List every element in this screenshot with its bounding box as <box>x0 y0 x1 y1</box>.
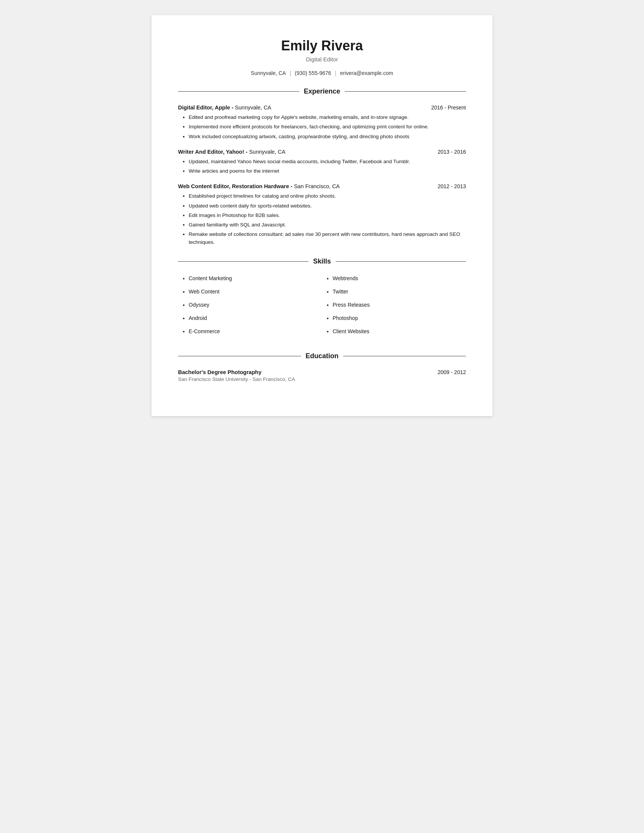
job-entry-yahoo: Writer And Editor, Yahoo! - Sunnyvale, C… <box>178 149 466 175</box>
education-section-title: Education <box>306 352 339 360</box>
edu-entry-bachelor: Bachelor's Degree Photography 2009 - 201… <box>178 369 466 382</box>
contact-phone: (930) 555-9676 <box>295 70 331 76</box>
skill-content-marketing: Content Marketing <box>188 275 322 283</box>
separator-2: | <box>335 70 336 76</box>
skill-press-releases: Press Releases <box>333 301 466 309</box>
job-bullets-restoration: Established project timelines for catalo… <box>178 192 466 246</box>
skill-ecommerce: E-Commerce <box>188 328 322 336</box>
separator-1: | <box>290 70 291 76</box>
edu-date-bachelor: 2009 - 2012 <box>438 369 466 375</box>
job-bullets-yahoo: Updated, maintained Yahoo News social me… <box>178 158 466 175</box>
skills-right-column: Webtrends Twitter Press Releases Photosh… <box>322 275 466 341</box>
job-location-apple: Sunnyvale, CA <box>235 105 271 111</box>
job-bullet-yahoo-1: Updated, maintained Yahoo News social me… <box>188 158 466 166</box>
edu-header-bachelor: Bachelor's Degree Photography 2009 - 201… <box>178 369 466 375</box>
experience-section-title: Experience <box>304 87 340 95</box>
experience-line-left <box>178 91 299 92</box>
experience-line-right <box>345 91 466 92</box>
skills-line-right <box>336 261 466 262</box>
job-date-restoration: 2012 - 2013 <box>438 183 466 189</box>
job-bullet-apple-3: Work included conceptualizing artwork, c… <box>188 133 466 140</box>
job-title-restoration: Web Content Editor, Restoration Hardware… <box>178 183 340 189</box>
job-header-apple: Digital Editor, Apple - Sunnyvale, CA 20… <box>178 105 466 111</box>
contact-location: Sunnyvale, CA <box>251 70 286 76</box>
skill-web-content: Web Content <box>188 288 322 296</box>
resume-header: Emily Rivera Digital Editor Sunnyvale, C… <box>178 38 466 76</box>
job-bullet-apple-2: Implemented more efficient protocols for… <box>188 123 466 130</box>
skills-left-column: Content Marketing Web Content Odyssey An… <box>178 275 322 341</box>
job-date-yahoo: 2013 - 2016 <box>438 149 466 155</box>
job-company-yahoo: Writer And Editor, Yahoo! - <box>178 149 247 155</box>
skills-line-left <box>178 261 308 262</box>
job-bullet-restoration-1: Established project timelines for catalo… <box>188 192 466 200</box>
job-bullet-apple-1: Edited and proofread marketing copy for … <box>188 114 466 121</box>
education-line-left <box>178 356 301 357</box>
skills-section: Skills Content Marketing Web Content Ody… <box>178 257 466 341</box>
skill-twitter: Twitter <box>333 288 466 296</box>
contact-info: Sunnyvale, CA | (930) 555-9676 | erivera… <box>178 70 466 76</box>
edu-degree-bachelor: Bachelor's Degree Photography <box>178 369 261 375</box>
job-bullet-yahoo-2: Write articles and poems for the interne… <box>188 167 466 175</box>
job-location-yahoo: Sunnyvale, CA <box>249 149 285 155</box>
candidate-name: Emily Rivera <box>178 38 466 54</box>
job-bullets-apple: Edited and proofread marketing copy for … <box>178 114 466 140</box>
skill-odyssey: Odyssey <box>188 301 322 309</box>
job-bullet-restoration-3: Edit images in Photoshop for B2B sales. <box>188 212 466 219</box>
skills-grid: Content Marketing Web Content Odyssey An… <box>178 275 466 341</box>
skill-photoshop: Photoshop <box>333 314 466 322</box>
skills-section-title: Skills <box>313 257 331 265</box>
skill-android: Android <box>188 314 322 322</box>
job-company-apple: Digital Editor, Apple - <box>178 105 233 111</box>
experience-section: Experience Digital Editor, Apple - Sunny… <box>178 87 466 246</box>
edu-institution-bachelor: San Francisco State University - San Fra… <box>178 376 466 382</box>
education-section-header: Education <box>178 352 466 360</box>
education-line-right <box>343 356 466 357</box>
job-bullet-restoration-4: Gained familiarity with SQL and Javascri… <box>188 221 466 229</box>
contact-email: erivera@example.com <box>340 70 393 76</box>
job-location-restoration: San Francisco, CA <box>294 183 340 189</box>
skills-section-header: Skills <box>178 257 466 265</box>
resume-page: Emily Rivera Digital Editor Sunnyvale, C… <box>151 15 493 416</box>
skill-client-websites: Client Websites <box>333 328 466 336</box>
candidate-title: Digital Editor <box>178 56 466 63</box>
job-title-yahoo: Writer And Editor, Yahoo! - Sunnyvale, C… <box>178 149 285 155</box>
job-bullet-restoration-2: Updated web content daily for sports-rel… <box>188 202 466 210</box>
skill-webtrends: Webtrends <box>333 275 466 283</box>
job-header-restoration: Web Content Editor, Restoration Hardware… <box>178 183 466 189</box>
job-header-yahoo: Writer And Editor, Yahoo! - Sunnyvale, C… <box>178 149 466 155</box>
education-section: Education Bachelor's Degree Photography … <box>178 352 466 382</box>
experience-section-header: Experience <box>178 87 466 95</box>
job-company-restoration: Web Content Editor, Restoration Hardware… <box>178 183 293 189</box>
job-bullet-restoration-5: Remake website of collections consultant… <box>188 231 466 246</box>
job-entry-apple: Digital Editor, Apple - Sunnyvale, CA 20… <box>178 105 466 140</box>
job-title-apple: Digital Editor, Apple - Sunnyvale, CA <box>178 105 271 111</box>
job-date-apple: 2016 - Present <box>431 105 466 111</box>
job-entry-restoration: Web Content Editor, Restoration Hardware… <box>178 183 466 246</box>
